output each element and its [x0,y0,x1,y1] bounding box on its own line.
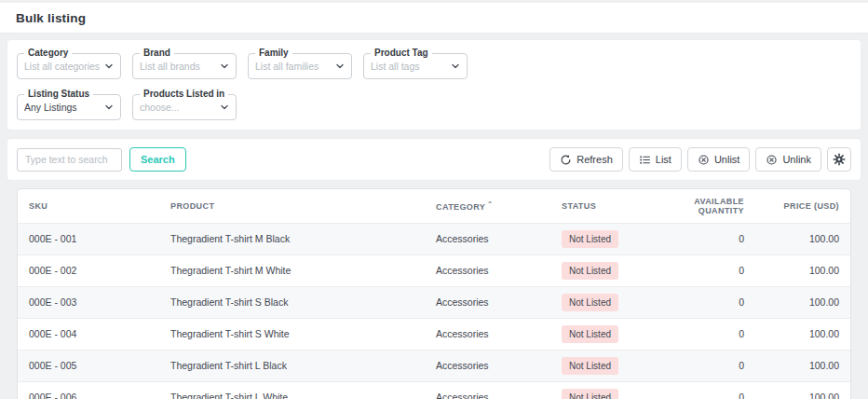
table-row[interactable]: 000E - 004 Thegradient T-shirt S White A… [18,318,850,350]
status-cell: Not Listed [550,223,667,255]
price-cell: 100.00 [755,255,850,286]
chevron-down-icon [220,103,229,112]
filter-value: Any Listings [24,102,101,113]
filter-select-products-listed-in[interactable]: Products Listed in choose... [132,94,237,120]
quantity-cell: 0 [667,381,755,399]
products-table-card: SKU PRODUCT CATEGORYˆ STATUS AVAILABLE Q… [17,188,851,399]
action-toolbar: Refresh List Unlist [549,147,851,172]
status-badge: Not Listed [562,262,618,280]
table-row[interactable]: 000E - 002 Thegradient T-shirt M White A… [18,255,850,286]
product-cell: Thegradient T-shirt L Black [159,350,425,381]
quantity-cell: 0 [667,318,755,350]
status-cell: Not Listed [550,255,667,286]
filter-row-2: Listing Status Any Listings Products Lis… [17,94,851,120]
chevron-down-icon [335,62,345,71]
category-cell: Accessories [425,350,550,381]
column-header-price[interactable]: PRICE (USD) [755,189,850,223]
unlink-label: Unlink [782,154,811,165]
chevron-down-icon [451,62,460,71]
filter-value: List all tags [371,61,447,72]
list-icon [639,154,651,166]
page-title: Bulk listing [16,11,86,25]
filter-row-1: Category List all categories Brand List … [17,53,851,79]
filter-value: List all families [255,61,332,72]
sku-cell: 000E - 003 [18,286,159,318]
filter-label: Product Tag [371,48,432,58]
search-button[interactable]: Search [129,147,186,172]
search-input[interactable] [17,148,122,172]
circle-x-icon [766,154,778,166]
column-header-status[interactable]: STATUS [550,189,667,223]
chevron-down-icon [220,62,229,71]
filter-label: Brand [140,48,174,58]
products-table: SKU PRODUCT CATEGORYˆ STATUS AVAILABLE Q… [18,189,850,399]
filter-select-listing-status[interactable]: Listing Status Any Listings [17,94,121,120]
circle-x-icon [698,154,710,166]
sku-cell: 000E - 006 [18,381,159,399]
filter-select-product-tag[interactable]: Product Tag List all tags [363,53,468,79]
unlist-button[interactable]: Unlist [687,147,751,172]
category-cell: Accessories [425,255,550,286]
category-cell: Accessories [425,286,550,318]
status-cell: Not Listed [550,350,667,381]
filter-label: Category [24,48,72,58]
unlist-label: Unlist [714,154,740,165]
price-cell: 100.00 [755,223,850,255]
status-cell: Not Listed [550,381,667,399]
product-cell: Thegradient T-shirt S Black [159,286,425,318]
table-row[interactable]: 000E - 003 Thegradient T-shirt S Black A… [18,286,850,318]
column-header-product[interactable]: PRODUCT [159,189,425,223]
filter-value: List all brands [140,61,216,72]
column-header-category[interactable]: CATEGORYˆ [425,189,550,223]
filter-value: List all categories [24,61,101,72]
sku-cell: 000E - 004 [18,318,159,350]
column-header-available-quantity[interactable]: AVAILABLE QUANTITY [667,189,755,223]
table-row[interactable]: 000E - 005 Thegradient T-shirt L Black A… [18,350,850,381]
status-badge: Not Listed [562,357,618,375]
price-cell: 100.00 [755,381,850,399]
filter-value: choose... [140,102,216,113]
unlink-button[interactable]: Unlink [755,147,821,172]
filter-label: Family [255,48,292,58]
table-row[interactable]: 000E - 006 Thegradient T-shirt L White A… [18,381,850,399]
filter-select-brand[interactable]: Brand List all brands [132,53,237,79]
refresh-button[interactable]: Refresh [549,147,623,172]
filter-select-family[interactable]: Family List all families [248,53,352,79]
sku-cell: 000E - 002 [18,255,159,286]
settings-button[interactable] [827,147,851,172]
list-label: List [656,154,671,165]
quantity-cell: 0 [667,350,755,381]
category-cell: Accessories [425,318,550,350]
filter-select-category[interactable]: Category List all categories [17,53,121,79]
quantity-cell: 0 [667,286,755,318]
price-cell: 100.00 [755,318,850,350]
sku-cell: 000E - 005 [18,350,159,381]
gear-icon [833,153,846,166]
chevron-down-icon [104,103,114,112]
list-button[interactable]: List [629,147,682,172]
refresh-icon [560,154,572,166]
table-row[interactable]: 000E - 001 Thegradient T-shirt M Black A… [18,223,850,255]
category-cell: Accessories [425,223,550,255]
price-cell: 100.00 [755,286,850,318]
status-badge: Not Listed [562,294,618,311]
product-cell: Thegradient T-shirt M Black [159,223,425,255]
quantity-cell: 0 [667,223,755,255]
refresh-label: Refresh [576,154,613,165]
chevron-down-icon [104,62,114,71]
sort-asc-icon: ˆ [488,200,492,211]
status-cell: Not Listed [550,286,667,318]
filter-label: Listing Status [24,89,93,99]
category-cell: Accessories [425,381,550,399]
status-cell: Not Listed [550,318,667,350]
page-header: Bulk listing [0,3,868,34]
sku-cell: 000E - 001 [18,223,159,255]
status-badge: Not Listed [562,230,618,248]
filter-label: Products Listed in [140,89,228,99]
price-cell: 100.00 [755,350,850,381]
search-toolbar: Search Refresh List [7,138,861,181]
column-header-sku[interactable]: SKU [18,189,159,223]
product-cell: Thegradient T-shirt L White [159,381,425,399]
status-badge: Not Listed [562,325,618,343]
status-badge: Not Listed [562,389,618,399]
